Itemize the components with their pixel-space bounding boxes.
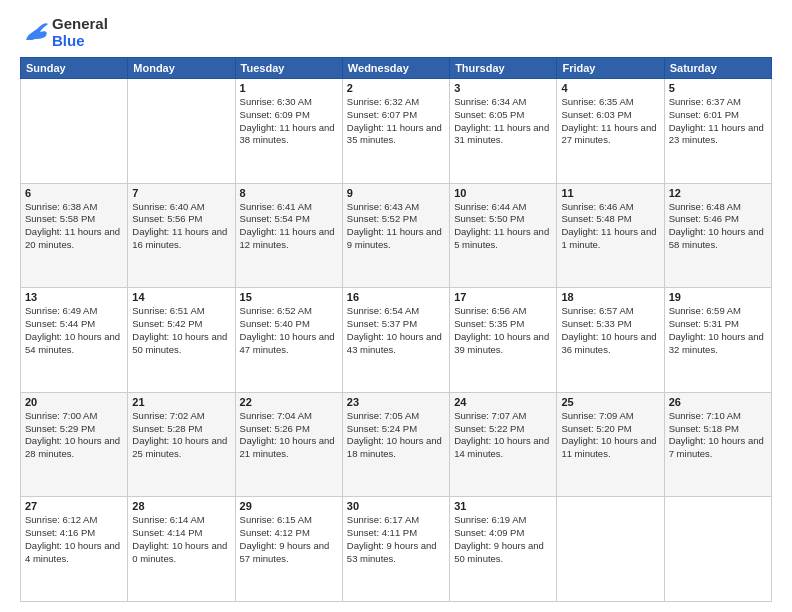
day-number: 20 bbox=[25, 396, 123, 408]
day-number: 17 bbox=[454, 291, 552, 303]
calendar-day-header: Tuesday bbox=[235, 58, 342, 79]
calendar-cell: 10Sunrise: 6:44 AMSunset: 5:50 PMDayligh… bbox=[450, 183, 557, 288]
day-detail: Sunrise: 6:41 AMSunset: 5:54 PMDaylight:… bbox=[240, 201, 338, 252]
calendar-cell: 20Sunrise: 7:00 AMSunset: 5:29 PMDayligh… bbox=[21, 392, 128, 497]
day-number: 9 bbox=[347, 187, 445, 199]
day-number: 23 bbox=[347, 396, 445, 408]
day-detail: Sunrise: 6:56 AMSunset: 5:35 PMDaylight:… bbox=[454, 305, 552, 356]
calendar-cell: 29Sunrise: 6:15 AMSunset: 4:12 PMDayligh… bbox=[235, 497, 342, 602]
calendar-cell: 19Sunrise: 6:59 AMSunset: 5:31 PMDayligh… bbox=[664, 288, 771, 393]
calendar-cell bbox=[664, 497, 771, 602]
calendar-cell: 9Sunrise: 6:43 AMSunset: 5:52 PMDaylight… bbox=[342, 183, 449, 288]
calendar-cell: 24Sunrise: 7:07 AMSunset: 5:22 PMDayligh… bbox=[450, 392, 557, 497]
day-detail: Sunrise: 7:09 AMSunset: 5:20 PMDaylight:… bbox=[561, 410, 659, 461]
day-number: 15 bbox=[240, 291, 338, 303]
calendar-cell: 30Sunrise: 6:17 AMSunset: 4:11 PMDayligh… bbox=[342, 497, 449, 602]
day-detail: Sunrise: 7:05 AMSunset: 5:24 PMDaylight:… bbox=[347, 410, 445, 461]
day-detail: Sunrise: 6:40 AMSunset: 5:56 PMDaylight:… bbox=[132, 201, 230, 252]
calendar-cell: 31Sunrise: 6:19 AMSunset: 4:09 PMDayligh… bbox=[450, 497, 557, 602]
day-number: 29 bbox=[240, 500, 338, 512]
calendar-cell: 26Sunrise: 7:10 AMSunset: 5:18 PMDayligh… bbox=[664, 392, 771, 497]
calendar-cell bbox=[21, 79, 128, 184]
day-detail: Sunrise: 6:32 AMSunset: 6:07 PMDaylight:… bbox=[347, 96, 445, 147]
day-detail: Sunrise: 6:30 AMSunset: 6:09 PMDaylight:… bbox=[240, 96, 338, 147]
day-detail: Sunrise: 6:49 AMSunset: 5:44 PMDaylight:… bbox=[25, 305, 123, 356]
calendar-cell bbox=[557, 497, 664, 602]
day-number: 5 bbox=[669, 82, 767, 94]
calendar-week-row: 6Sunrise: 6:38 AMSunset: 5:58 PMDaylight… bbox=[21, 183, 772, 288]
day-number: 1 bbox=[240, 82, 338, 94]
day-detail: Sunrise: 6:48 AMSunset: 5:46 PMDaylight:… bbox=[669, 201, 767, 252]
day-number: 24 bbox=[454, 396, 552, 408]
calendar-day-header: Monday bbox=[128, 58, 235, 79]
day-detail: Sunrise: 6:14 AMSunset: 4:14 PMDaylight:… bbox=[132, 514, 230, 565]
day-detail: Sunrise: 6:37 AMSunset: 6:01 PMDaylight:… bbox=[669, 96, 767, 147]
logo: General Blue bbox=[20, 16, 108, 49]
day-detail: Sunrise: 6:43 AMSunset: 5:52 PMDaylight:… bbox=[347, 201, 445, 252]
calendar-cell: 18Sunrise: 6:57 AMSunset: 5:33 PMDayligh… bbox=[557, 288, 664, 393]
calendar-cell: 11Sunrise: 6:46 AMSunset: 5:48 PMDayligh… bbox=[557, 183, 664, 288]
calendar-cell: 14Sunrise: 6:51 AMSunset: 5:42 PMDayligh… bbox=[128, 288, 235, 393]
header: General Blue bbox=[20, 16, 772, 49]
calendar-week-row: 13Sunrise: 6:49 AMSunset: 5:44 PMDayligh… bbox=[21, 288, 772, 393]
day-detail: Sunrise: 7:10 AMSunset: 5:18 PMDaylight:… bbox=[669, 410, 767, 461]
logo-bird-icon bbox=[20, 18, 50, 48]
calendar-cell: 28Sunrise: 6:14 AMSunset: 4:14 PMDayligh… bbox=[128, 497, 235, 602]
day-detail: Sunrise: 6:44 AMSunset: 5:50 PMDaylight:… bbox=[454, 201, 552, 252]
day-number: 14 bbox=[132, 291, 230, 303]
day-detail: Sunrise: 6:19 AMSunset: 4:09 PMDaylight:… bbox=[454, 514, 552, 565]
calendar-cell: 4Sunrise: 6:35 AMSunset: 6:03 PMDaylight… bbox=[557, 79, 664, 184]
day-number: 6 bbox=[25, 187, 123, 199]
day-number: 21 bbox=[132, 396, 230, 408]
calendar-cell: 2Sunrise: 6:32 AMSunset: 6:07 PMDaylight… bbox=[342, 79, 449, 184]
day-number: 27 bbox=[25, 500, 123, 512]
calendar-cell: 8Sunrise: 6:41 AMSunset: 5:54 PMDaylight… bbox=[235, 183, 342, 288]
day-detail: Sunrise: 6:51 AMSunset: 5:42 PMDaylight:… bbox=[132, 305, 230, 356]
day-number: 25 bbox=[561, 396, 659, 408]
day-detail: Sunrise: 7:00 AMSunset: 5:29 PMDaylight:… bbox=[25, 410, 123, 461]
day-number: 18 bbox=[561, 291, 659, 303]
day-number: 16 bbox=[347, 291, 445, 303]
day-detail: Sunrise: 6:46 AMSunset: 5:48 PMDaylight:… bbox=[561, 201, 659, 252]
calendar-cell: 3Sunrise: 6:34 AMSunset: 6:05 PMDaylight… bbox=[450, 79, 557, 184]
day-number: 30 bbox=[347, 500, 445, 512]
calendar-day-header: Saturday bbox=[664, 58, 771, 79]
day-detail: Sunrise: 7:07 AMSunset: 5:22 PMDaylight:… bbox=[454, 410, 552, 461]
calendar-cell: 7Sunrise: 6:40 AMSunset: 5:56 PMDaylight… bbox=[128, 183, 235, 288]
calendar-week-row: 1Sunrise: 6:30 AMSunset: 6:09 PMDaylight… bbox=[21, 79, 772, 184]
day-number: 19 bbox=[669, 291, 767, 303]
calendar-day-header: Friday bbox=[557, 58, 664, 79]
day-number: 22 bbox=[240, 396, 338, 408]
calendar-cell: 16Sunrise: 6:54 AMSunset: 5:37 PMDayligh… bbox=[342, 288, 449, 393]
calendar-cell: 15Sunrise: 6:52 AMSunset: 5:40 PMDayligh… bbox=[235, 288, 342, 393]
day-detail: Sunrise: 6:34 AMSunset: 6:05 PMDaylight:… bbox=[454, 96, 552, 147]
day-detail: Sunrise: 6:57 AMSunset: 5:33 PMDaylight:… bbox=[561, 305, 659, 356]
day-number: 12 bbox=[669, 187, 767, 199]
day-detail: Sunrise: 6:12 AMSunset: 4:16 PMDaylight:… bbox=[25, 514, 123, 565]
day-number: 28 bbox=[132, 500, 230, 512]
day-number: 4 bbox=[561, 82, 659, 94]
page: General Blue SundayMondayTuesdayWednesda… bbox=[0, 0, 792, 612]
day-detail: Sunrise: 7:04 AMSunset: 5:26 PMDaylight:… bbox=[240, 410, 338, 461]
day-detail: Sunrise: 6:35 AMSunset: 6:03 PMDaylight:… bbox=[561, 96, 659, 147]
day-detail: Sunrise: 7:02 AMSunset: 5:28 PMDaylight:… bbox=[132, 410, 230, 461]
day-detail: Sunrise: 6:59 AMSunset: 5:31 PMDaylight:… bbox=[669, 305, 767, 356]
day-detail: Sunrise: 6:38 AMSunset: 5:58 PMDaylight:… bbox=[25, 201, 123, 252]
calendar-cell: 25Sunrise: 7:09 AMSunset: 5:20 PMDayligh… bbox=[557, 392, 664, 497]
calendar-cell: 6Sunrise: 6:38 AMSunset: 5:58 PMDaylight… bbox=[21, 183, 128, 288]
calendar-cell: 12Sunrise: 6:48 AMSunset: 5:46 PMDayligh… bbox=[664, 183, 771, 288]
day-number: 10 bbox=[454, 187, 552, 199]
calendar-cell: 17Sunrise: 6:56 AMSunset: 5:35 PMDayligh… bbox=[450, 288, 557, 393]
day-number: 2 bbox=[347, 82, 445, 94]
calendar-day-header: Sunday bbox=[21, 58, 128, 79]
day-number: 31 bbox=[454, 500, 552, 512]
day-detail: Sunrise: 6:15 AMSunset: 4:12 PMDaylight:… bbox=[240, 514, 338, 565]
calendar-cell: 21Sunrise: 7:02 AMSunset: 5:28 PMDayligh… bbox=[128, 392, 235, 497]
calendar-cell: 13Sunrise: 6:49 AMSunset: 5:44 PMDayligh… bbox=[21, 288, 128, 393]
calendar-day-header: Thursday bbox=[450, 58, 557, 79]
day-number: 7 bbox=[132, 187, 230, 199]
calendar-cell: 27Sunrise: 6:12 AMSunset: 4:16 PMDayligh… bbox=[21, 497, 128, 602]
day-detail: Sunrise: 6:54 AMSunset: 5:37 PMDaylight:… bbox=[347, 305, 445, 356]
day-number: 8 bbox=[240, 187, 338, 199]
day-detail: Sunrise: 6:52 AMSunset: 5:40 PMDaylight:… bbox=[240, 305, 338, 356]
